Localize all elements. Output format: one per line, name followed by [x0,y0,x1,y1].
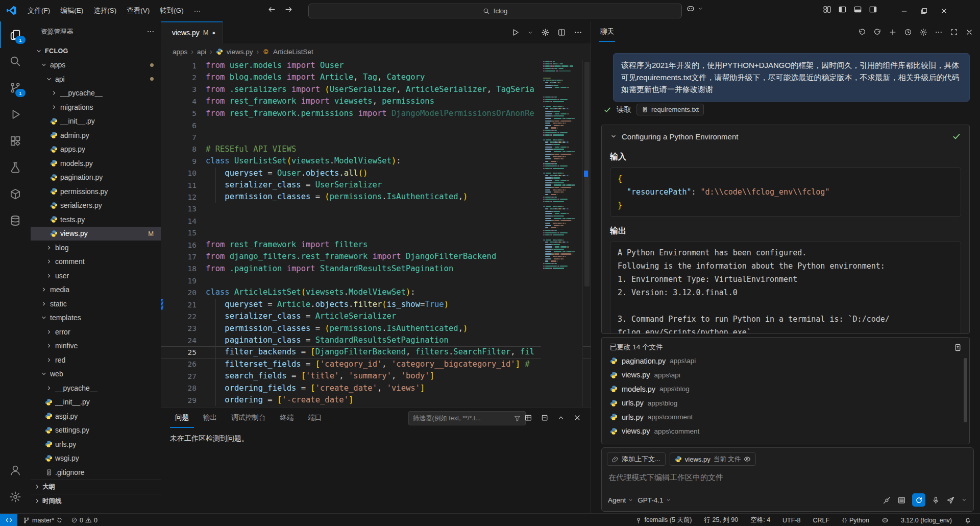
eye-icon[interactable] [744,456,751,463]
status-item-Python[interactable]: {}Python [839,517,872,524]
env-section-header[interactable]: Configuring a Python Environment [602,125,969,148]
run-icon[interactable] [511,28,520,37]
more-icon[interactable] [935,28,943,36]
activity-testing[interactable] [0,154,31,181]
activity-search[interactable] [0,48,31,75]
toggle-sidebar-right-icon[interactable] [869,5,877,14]
undo-icon[interactable] [858,28,866,36]
add-context-chip[interactable]: 添加上下文... [607,452,666,466]
more-actions-icon[interactable] [146,28,155,36]
activity-accounts[interactable] [0,457,31,484]
back-icon[interactable] [267,5,276,14]
mode-picker[interactable]: Agent [608,496,633,504]
menu-1[interactable]: 编辑(E) [55,4,88,18]
command-center-search[interactable]: fclog [308,4,682,18]
collapse-all-icon[interactable] [541,414,549,422]
send-icon[interactable] [946,496,955,505]
chat-tab[interactable]: 聊天 [599,21,615,42]
mcp-servers-icon[interactable] [897,496,906,505]
activity-manage[interactable] [0,484,31,510]
problems-status[interactable]: 0 0 [68,517,100,524]
panel-tab-调试控制台[interactable]: 调试控制台 [226,408,271,428]
toggle-sidebar-left-icon[interactable] [838,5,847,14]
history-icon[interactable] [904,28,912,36]
menu-2[interactable]: 选择(S) [88,4,121,18]
changed-file-row[interactable]: models.pyapps\blog [602,382,969,396]
changed-file-row[interactable]: pagination.pyapps\api [602,354,969,368]
settings-icon[interactable] [919,28,927,36]
remote-indicator[interactable] [0,514,17,526]
tree-item-permissions-py[interactable]: permissions.py [31,184,161,199]
tree-item-pagination-py[interactable]: pagination.py [31,171,161,185]
menu-0[interactable]: 文件(F) [22,4,55,18]
tree-item-asgi-py[interactable]: asgi.py [31,409,161,423]
panel-tab-终端[interactable]: 终端 [275,408,299,428]
tree-item-tests-py[interactable]: tests.py [31,212,161,227]
tree-item-serializers-py[interactable]: serializers.py [31,199,161,213]
close-window-icon[interactable] [940,7,948,15]
toggle-panel-icon[interactable] [853,5,862,14]
changed-files-scrollbar[interactable] [964,358,967,422]
breadcrumb-item-3[interactable]: ArticleListSet [273,48,313,56]
tree-item--init-py[interactable]: __init__.py [31,395,161,410]
auto-approve-button[interactable] [912,493,925,507]
split-editor-icon[interactable] [557,28,566,37]
tree-item--gitignore[interactable]: .gitignore [31,465,161,480]
tree-item-media[interactable]: media [31,283,161,297]
tools-icon[interactable] [883,496,891,505]
tree-item-apps[interactable]: apps [31,58,161,73]
expand-icon[interactable] [950,28,958,36]
tree-item-minfive[interactable]: minfive [31,339,161,353]
copilot-menu-button[interactable] [686,4,703,13]
tree-item-blog[interactable]: blog [31,241,161,255]
tab-views-py[interactable]: views.py M ● [161,21,223,43]
status-item-copilot[interactable] [879,517,891,524]
status-item--4[interactable]: 空格: 4 [748,516,773,524]
tree-item--pycache-[interactable]: __pycache__ [31,381,161,395]
activity-run-debug[interactable] [0,101,31,128]
close-icon[interactable] [573,414,581,422]
activity-source-control[interactable]: 1 [0,75,31,101]
tree-item--init-py[interactable]: __init__.py [31,114,161,129]
tree-item-wsgi-py[interactable]: wsgi.py [31,451,161,466]
close-icon[interactable] [965,28,973,36]
menu-4[interactable]: 转到(G) [155,4,189,18]
code-editor[interactable]: 1from user.models import Ouser2from blog… [161,60,591,407]
tree-item-apps-py[interactable]: apps.py [31,142,161,157]
new-chat-icon[interactable] [889,28,897,36]
chevron-down-icon[interactable] [961,497,967,503]
status-item-CRLF[interactable]: CRLF [811,517,832,524]
redo-icon[interactable] [873,28,881,36]
restore-window-icon[interactable] [920,7,928,15]
breadcrumb-item-0[interactable]: apps [173,48,187,56]
tree-item-FCLOG[interactable]: FCLOG [31,44,161,58]
chat-input-box[interactable]: 添加上下文... views.py 当前 文件 在代理模式下编辑工作区中的文件 … [601,447,974,512]
changed-file-row[interactable]: views.pyapps\comment [602,424,969,439]
tree-item-api[interactable]: api [31,72,161,86]
activity-extensions[interactable] [0,128,31,154]
activity-remote-explorer[interactable] [0,181,31,207]
tree-item-settings-py[interactable]: settings.py [31,423,161,438]
tree-item-urls-py[interactable]: urls.py [31,437,161,451]
menu-5[interactable]: ⋯ [189,4,206,18]
status-item-bell[interactable] [962,517,974,524]
configure-icon[interactable] [541,28,550,37]
changed-file-row[interactable]: urls.pyapps\blog [602,396,969,411]
customize-layout-icon[interactable] [823,5,831,14]
more-icon[interactable] [574,28,582,37]
view-diff-icon[interactable] [953,343,962,352]
tree-item-error[interactable]: error [31,325,161,339]
tree-item-templates[interactable]: templates [31,311,161,325]
tree-item-views-py[interactable]: views.pyM [31,227,161,241]
panel-tab-输出[interactable]: 输出 [198,408,222,428]
tree-item-user[interactable]: user [31,269,161,283]
panel-tab-端口[interactable]: 端口 [303,408,327,428]
changed-file-row[interactable]: views.pyapps\api [602,368,969,382]
status-item-UTF-8[interactable]: UTF-8 [780,517,803,524]
tree-item-migrations[interactable]: migrations [31,100,161,114]
chevron-up-icon[interactable] [557,414,565,422]
chevron-down-icon[interactable] [527,30,533,36]
tool-file-chip[interactable]: requirements.txt [636,104,704,115]
tree-item-models-py[interactable]: models.py [31,156,161,171]
changed-file-row[interactable]: urls.pyapps\comment [602,410,969,424]
